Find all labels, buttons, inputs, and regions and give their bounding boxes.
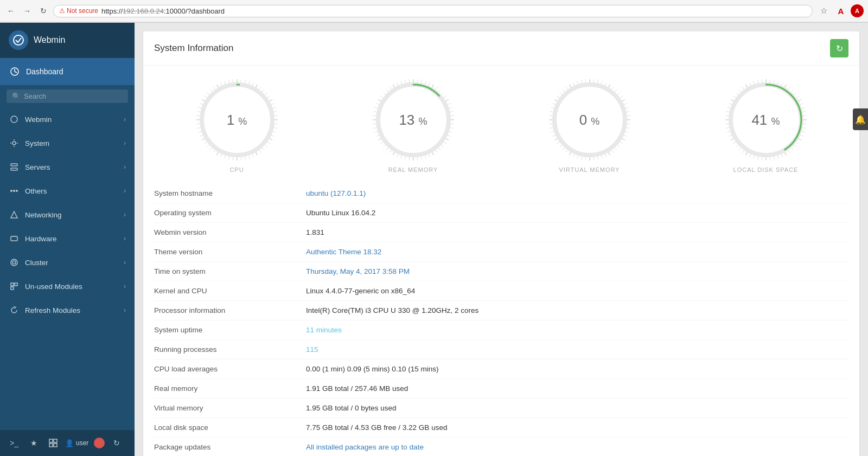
user-button[interactable]: 👤 user (65, 439, 88, 447)
svg-line-92 (449, 107, 452, 108)
svg-line-228 (774, 157, 774, 160)
sidebar-item-webmin[interactable]: Webmin › (0, 107, 135, 131)
svg-line-133 (386, 89, 388, 92)
info-value-hostname[interactable]: ubuntu (127.0.1.1) (306, 189, 366, 197)
sidebar-item-hardware[interactable]: Hardware › (0, 227, 135, 251)
address-bar[interactable]: ⚠ Not secure https://192.168.0.24:10000/… (53, 5, 813, 17)
svg-line-136 (397, 83, 398, 86)
dashboard-nav-item[interactable]: Dashboard (0, 58, 135, 85)
refresh-button[interactable]: ↻ (830, 39, 848, 57)
modules-icon[interactable] (46, 435, 61, 451)
sidebar-footer: >_ ★ 👤 user ↻ (0, 429, 135, 456)
nav-icon-cluster (9, 257, 20, 268)
svg-line-184 (549, 124, 552, 124)
svg-line-46 (252, 154, 253, 157)
bookmark-button[interactable]: ☆ (816, 3, 831, 18)
svg-line-126 (373, 115, 376, 116)
sidebar-item-unused[interactable]: Un-used Modules › (0, 274, 135, 298)
svg-line-85 (432, 85, 433, 87)
gauge-container-local_disk: 41 % (723, 76, 809, 163)
svg-line-249 (729, 104, 732, 105)
extension-button[interactable]: A (851, 4, 864, 17)
info-value-theme_version[interactable]: Authentic Theme 18.32 (306, 248, 381, 256)
svg-point-11 (12, 261, 16, 264)
svg-line-190 (554, 100, 557, 101)
sidebar-item-refresh[interactable]: Refresh Modules › (0, 298, 135, 322)
sidebar-item-system[interactable]: System › (0, 131, 135, 155)
info-value-os: Ubuntu Linux 16.04.2 (306, 209, 375, 217)
favorites-icon[interactable]: ★ (26, 435, 41, 451)
notification-bell[interactable]: 🔔 (853, 108, 868, 130)
svg-rect-18 (49, 444, 53, 447)
svg-line-106 (429, 154, 430, 157)
svg-line-122 (374, 131, 378, 132)
terminal-icon[interactable]: >_ (7, 435, 22, 451)
gauge-container-virtual_memory: 0 % (546, 76, 633, 163)
svg-rect-17 (54, 439, 57, 442)
sidebar-item-servers[interactable]: Servers › (0, 155, 135, 179)
alert-badge[interactable] (94, 438, 105, 448)
back-button[interactable]: ← (4, 4, 17, 17)
info-value-time[interactable]: Thursday, May 4, 2017 3:58 PM (306, 267, 410, 275)
svg-line-30 (269, 100, 272, 101)
svg-line-226 (781, 154, 782, 157)
svg-line-207 (791, 89, 793, 92)
svg-line-195 (569, 85, 571, 87)
svg-rect-14 (15, 283, 17, 286)
svg-line-189 (552, 104, 556, 105)
svg-line-28 (265, 93, 267, 95)
nav-label-others: Others (25, 187, 47, 195)
acrobat-button[interactable]: A (833, 3, 848, 18)
svg-rect-19 (54, 444, 57, 447)
svg-line-68 (198, 107, 201, 108)
nav-arrow-system: › (124, 139, 126, 147)
sidebar-item-cluster[interactable]: Cluster › (0, 251, 135, 274)
svg-line-128 (374, 107, 378, 108)
svg-line-157 (626, 127, 629, 128)
svg-rect-16 (49, 439, 53, 442)
svg-line-174 (573, 154, 574, 157)
svg-point-12 (11, 259, 17, 266)
info-value-running[interactable]: 115 (306, 345, 318, 354)
svg-line-180 (554, 139, 557, 140)
info-value-packages[interactable]: All installed packages are up to date (306, 443, 424, 451)
refresh-icon[interactable]: ↻ (109, 435, 124, 451)
svg-line-256 (749, 83, 750, 86)
svg-line-142 (597, 80, 598, 84)
webmin-logo (9, 30, 28, 50)
svg-line-60 (202, 139, 205, 140)
svg-line-27 (262, 89, 264, 92)
svg-line-152 (625, 107, 628, 108)
gauge-center-real_memory: 13 % (399, 112, 427, 129)
svg-line-71 (204, 96, 207, 98)
svg-line-78 (228, 80, 229, 84)
svg-line-69 (200, 104, 203, 105)
search-input[interactable] (24, 92, 123, 100)
info-row-kernel_cpu: Kernel and CPU Linux 4.4.0-77-generic on… (154, 281, 848, 301)
nav-item-left-refresh: Refresh Modules (9, 305, 80, 316)
svg-line-76 (220, 83, 221, 86)
info-label-packages: Package updates (154, 443, 306, 451)
nav-arrow-webmin: › (124, 115, 126, 123)
search-wrap[interactable]: 🔍 (7, 89, 128, 103)
sidebar-item-networking[interactable]: Networking › (0, 203, 135, 227)
svg-line-25 (256, 85, 257, 87)
svg-line-246 (725, 115, 729, 116)
info-label-webmin_version: Webmin version (154, 228, 306, 236)
info-value-uptime[interactable]: 11 minutes (306, 326, 342, 334)
info-label-disk: Local disk space (154, 423, 306, 432)
svg-line-241 (729, 135, 732, 136)
svg-line-191 (557, 96, 559, 98)
svg-line-225 (784, 152, 786, 155)
gauge-center-local_disk: 41 % (751, 112, 780, 129)
svg-line-83 (425, 81, 426, 85)
gauge-label-cpu: CPU (229, 166, 244, 173)
forward-button[interactable]: → (21, 4, 34, 17)
info-row-disk: Local disk space 7.75 GB total / 4.53 GB… (154, 418, 848, 438)
svg-line-129 (376, 104, 379, 105)
gauge-container-cpu: 1 % (194, 76, 280, 163)
svg-line-21 (241, 79, 241, 82)
sidebar-item-others[interactable]: Others › (0, 179, 135, 203)
reload-button[interactable]: ↻ (37, 4, 50, 17)
nav-arrow-hardware: › (124, 235, 126, 242)
